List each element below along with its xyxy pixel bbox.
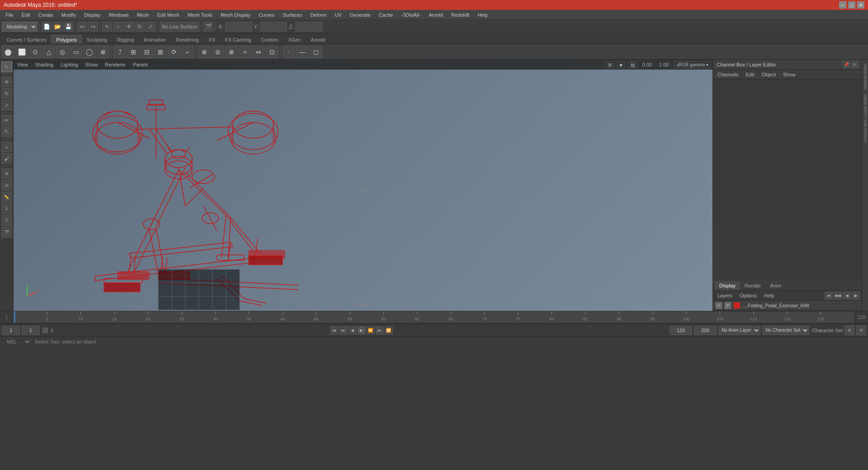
scale-btn[interactable]: ⤢	[146, 22, 156, 32]
menu-display[interactable]: Display	[80, 11, 104, 19]
tool-grid[interactable]: ⊟	[1, 180, 12, 191]
shelf-bevel[interactable]: ⌐	[181, 46, 194, 58]
timeline-ruler[interactable]: 5 10 15 20 25 30 35 40 45	[14, 311, 854, 323]
new-scene-btn[interactable]: 📄	[42, 22, 52, 32]
attr-editor-label[interactable]: Attribute Editor	[863, 61, 868, 92]
tool-scale[interactable]: ⤢	[1, 100, 12, 111]
tool-select[interactable]: ↖	[1, 61, 12, 72]
shelf-mirror[interactable]: ⇔	[252, 46, 265, 58]
shelf-cone[interactable]: △	[42, 46, 55, 58]
menu-surfaces[interactable]: Surfaces	[279, 11, 306, 19]
shelf-split[interactable]: ⊠	[154, 46, 167, 58]
menu-mesh-display[interactable]: Mesh Display	[217, 11, 254, 19]
menu-uv[interactable]: UV	[331, 11, 345, 19]
shelf-separate[interactable]: ⊘	[212, 46, 224, 58]
menu-modify[interactable]: Modify	[58, 11, 80, 19]
menu-3dtoall[interactable]: -3DtoAll-	[397, 11, 424, 19]
layer-vis-p[interactable]: P	[725, 302, 731, 309]
shelf-bridge[interactable]: ⊞	[127, 46, 140, 58]
shelf-uv[interactable]: ⊡	[266, 46, 278, 58]
tab-fx[interactable]: FX	[204, 35, 220, 44]
panel-textured-btn[interactable]: ▤	[628, 61, 637, 68]
play-fwd-btn[interactable]: ▶	[358, 326, 366, 334]
panel-solid-btn[interactable]: ■	[618, 61, 625, 68]
layers-menu-options[interactable]: Options	[737, 292, 760, 299]
shelf-select-edge[interactable]: —	[296, 46, 309, 58]
tool-measure[interactable]: 📏	[1, 192, 12, 202]
tool-move[interactable]: ✛	[1, 76, 12, 87]
minimize-button[interactable]: ─	[839, 1, 846, 9]
channels-menu[interactable]: Channels	[715, 71, 741, 78]
tab-rigging[interactable]: Rigging	[112, 35, 139, 44]
tab-polygons[interactable]: Polygons	[51, 35, 81, 44]
workspace-dropdown[interactable]: Modeling	[2, 22, 38, 32]
shelf-smooth[interactable]: ≈	[239, 46, 251, 58]
transport-step-back[interactable]: ◀	[843, 291, 851, 300]
tool-render2[interactable]: 🎬	[1, 227, 12, 238]
tab-render[interactable]: Render	[740, 281, 765, 290]
shelf-disk[interactable]: ◯	[83, 46, 96, 58]
character-set-dropdown[interactable]: No Character Set	[762, 326, 809, 335]
tab-xgen[interactable]: XGen	[283, 35, 306, 44]
next-frame-btn[interactable]: ⏩	[367, 326, 375, 334]
panel-menu-lighting[interactable]: Lighting	[59, 61, 80, 68]
shelf-bool[interactable]: ⊗	[225, 46, 238, 58]
menu-create[interactable]: Create	[35, 11, 57, 19]
no-live-surface-label[interactable]: No Live Surface	[160, 22, 199, 32]
transport-prev-prev[interactable]: ⏮	[825, 291, 833, 300]
menu-deform[interactable]: Deform	[307, 11, 330, 19]
save-scene-btn[interactable]: 💾	[63, 22, 73, 32]
channel-box-label[interactable]: Channel Box / Layer Editor	[863, 92, 868, 145]
move-btn[interactable]: ✛	[124, 22, 134, 32]
frame-start-field[interactable]	[2, 326, 20, 335]
current-frame-field[interactable]	[22, 326, 40, 335]
tool-anim[interactable]: ⏱	[1, 215, 12, 226]
close-button[interactable]: ✕	[857, 1, 864, 9]
tool-paint[interactable]: ✏	[1, 115, 12, 126]
menu-arnold[interactable]: Arnold	[425, 11, 447, 19]
menu-mesh[interactable]: Mesh	[133, 11, 153, 19]
menu-edit-mesh[interactable]: Edit Mesh	[154, 11, 183, 19]
tab-rendering[interactable]: Rendering	[171, 35, 204, 44]
tab-curves-surfaces[interactable]: Curves / Surfaces	[2, 35, 51, 44]
tab-sculpting[interactable]: Sculpting	[82, 35, 112, 44]
script-type-dropdown[interactable]: MEL Python	[4, 338, 31, 346]
rotate-btn[interactable]: ↻	[135, 22, 145, 32]
tab-custom[interactable]: Custom	[256, 35, 283, 44]
shelf-plane[interactable]: ▭	[70, 46, 82, 58]
render-btn[interactable]: 🎬	[203, 22, 213, 32]
range-end-field[interactable]	[670, 326, 692, 335]
shelf-combine[interactable]: ⊕	[198, 46, 211, 58]
play-back-btn[interactable]: ⏭	[340, 326, 348, 334]
tab-fx-caching[interactable]: FX Caching	[220, 35, 256, 44]
show-menu[interactable]: Show	[780, 71, 798, 78]
transport-step-fwd[interactable]: ▶	[852, 291, 860, 300]
undo-btn[interactable]: ↩	[77, 22, 87, 32]
lasso-btn[interactable]: ○	[113, 22, 123, 32]
panel-close-btn[interactable]: ✕	[851, 61, 858, 68]
shelf-extrude[interactable]: ⤴	[113, 46, 126, 58]
x-field[interactable]	[225, 22, 252, 32]
menu-windows[interactable]: Windows	[105, 11, 132, 19]
tool-snap[interactable]: ⊞	[1, 168, 12, 179]
range-max-field[interactable]	[694, 326, 717, 335]
transport-prev[interactable]: ◀◀	[834, 291, 842, 300]
menu-cache[interactable]: Cache	[375, 11, 397, 19]
tool-paint2[interactable]: 🖌	[1, 153, 12, 164]
layers-menu-help[interactable]: Help	[761, 292, 777, 299]
open-scene-btn[interactable]: 📂	[52, 22, 62, 32]
panel-menu-shading[interactable]: Shading	[33, 61, 55, 68]
panel-pin-btn[interactable]: 📌	[843, 61, 850, 68]
panel-menu-panels[interactable]: Panels	[131, 61, 150, 68]
tab-animation[interactable]: Animation	[139, 35, 171, 44]
tool-info[interactable]: ℹ	[1, 203, 12, 214]
z-field[interactable]	[295, 22, 322, 32]
tool-lasso[interactable]: ⤿	[1, 141, 12, 152]
menu-file[interactable]: File	[2, 11, 17, 19]
tab-arnold[interactable]: Arnold	[306, 35, 330, 44]
panel-menu-view[interactable]: View	[15, 61, 30, 68]
redo-btn[interactable]: ↪	[88, 22, 98, 32]
shelf-merge[interactable]: ⊟	[141, 46, 153, 58]
loop-btn[interactable]: 🔁	[385, 326, 393, 334]
panel-menu-show[interactable]: Show	[84, 61, 100, 68]
